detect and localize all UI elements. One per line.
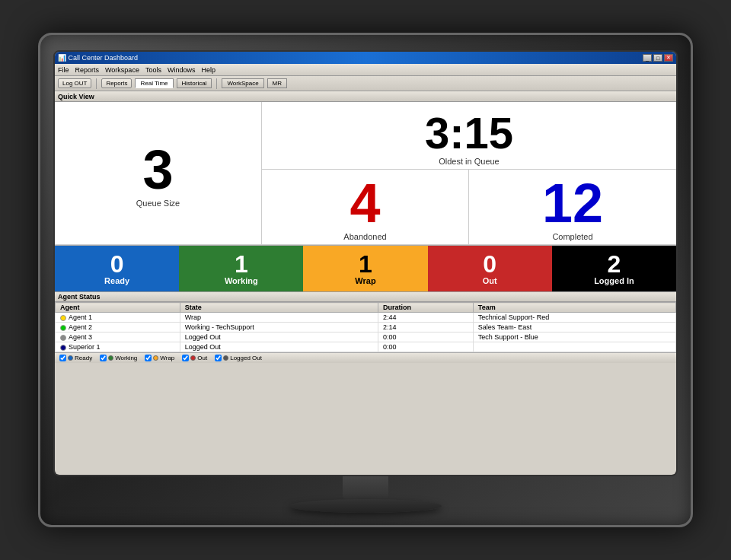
menu-windows[interactable]: Windows [168, 66, 196, 74]
legend-item: Ready [59, 355, 92, 361]
menubar: File Reports Workspace Tools Windows Hel… [55, 64, 676, 76]
agent-state-cell: Wrap [180, 313, 378, 323]
agent-team-cell: Tech Support - Blue [473, 332, 675, 342]
table-header-row: Agent State Duration Team [56, 303, 676, 313]
quickview-header: Quick View [55, 91, 676, 102]
menu-reports[interactable]: Reports [75, 66, 100, 74]
abandoned-label: Abandoned [343, 232, 386, 241]
legend-item: Logged Out [215, 355, 262, 361]
agent-state-cell: Logged Out [180, 332, 378, 342]
agent-name-cell: Agent 3 [56, 332, 180, 342]
menu-tools[interactable]: Tools [145, 66, 161, 74]
stat-abandoned: 4 Abandoned [262, 170, 469, 245]
legend-label: Wrap [160, 355, 174, 361]
quickview-label: Quick View [58, 93, 94, 100]
legend-checkbox[interactable] [182, 355, 189, 361]
stats-grid: 3 Queue Size 3:15 Oldest in Queue 4 Aban… [55, 102, 676, 246]
ready-count: 0 [110, 252, 124, 276]
bar-wrap: 1 Wrap [303, 246, 427, 291]
logout-button[interactable]: Log OUT [58, 78, 91, 88]
agent-team-cell [473, 342, 675, 352]
table-row: Superior 1 Logged Out 0:00 [56, 342, 676, 352]
menu-file[interactable]: File [58, 66, 69, 74]
legend-checkbox[interactable] [59, 355, 66, 361]
legend-label: Logged Out [230, 355, 262, 361]
out-label: Out [483, 276, 497, 285]
agent-duration-cell: 2:14 [378, 323, 473, 332]
menu-workspace[interactable]: Workspace [105, 66, 139, 74]
agent-status-dot [60, 335, 66, 341]
agent-team-cell: Technical Support- Red [473, 313, 675, 323]
working-label: Working [225, 276, 258, 285]
logged-in-label: Logged In [594, 276, 634, 285]
oldest-time: 3:15 [425, 111, 513, 155]
working-count: 1 [235, 252, 248, 276]
tab-mr[interactable]: MR [267, 78, 287, 88]
agent-table-body: Agent 1 Wrap 2:44 Technical Support- Red… [56, 313, 676, 352]
wrap-label: Wrap [355, 276, 375, 285]
agent-duration-cell: 2:44 [378, 313, 473, 323]
col-team: Team [473, 303, 675, 313]
legend-checkbox[interactable] [100, 355, 107, 361]
agent-status-dot [60, 315, 66, 321]
stat-oldest: 3:15 Oldest in Queue [262, 102, 676, 170]
bar-working: 1 Working [179, 246, 303, 291]
legend-dot [108, 355, 113, 361]
status-bars: 0 Ready 1 Working 1 Wrap 0 Out 2 Logge [55, 246, 676, 291]
legend-bar: Ready Working Wrap Out Logged Out [55, 352, 676, 363]
legend-dot [190, 355, 196, 361]
reports-button[interactable]: Reports [101, 78, 132, 88]
legend-dot [153, 355, 158, 361]
maximize-button[interactable]: □ [653, 54, 662, 62]
agent-name-cell: Agent 2 [56, 323, 180, 332]
legend-label: Working [115, 355, 137, 361]
tv-monitor: 📊 Call Center Dashboard _ □ ✕ File Repor… [38, 33, 693, 527]
legend-checkbox[interactable] [145, 355, 152, 361]
close-button[interactable]: ✕ [664, 54, 673, 62]
agent-panel-header: Agent Status [55, 291, 676, 302]
menu-help[interactable]: Help [201, 66, 215, 74]
abandoned-number: 4 [350, 176, 380, 231]
table-row: Agent 1 Wrap 2:44 Technical Support- Red [56, 313, 676, 323]
toolbar: Log OUT Reports Real Time Historical Wor… [55, 76, 676, 91]
col-duration: Duration [378, 303, 473, 313]
tv-screen: 📊 Call Center Dashboard _ □ ✕ File Repor… [53, 50, 678, 476]
table-row: Agent 3 Logged Out 0:00 Tech Support - B… [56, 332, 676, 342]
agent-team-cell: Sales Team- East [473, 323, 675, 332]
legend-label: Out [197, 355, 207, 361]
legend-checkbox[interactable] [215, 355, 222, 361]
tab-realtime[interactable]: Real Time [135, 78, 173, 88]
completed-number: 12 [542, 176, 603, 231]
legend-label: Ready [75, 355, 92, 361]
stat-completed: 12 Completed [469, 170, 676, 245]
tv-stand-neck [343, 476, 388, 499]
agent-duration-cell: 0:00 [378, 342, 473, 352]
legend-item: Out [182, 355, 207, 361]
out-count: 0 [483, 252, 496, 276]
ready-label: Ready [104, 276, 129, 285]
agent-status-dot [60, 345, 66, 351]
agent-name-cell: Agent 1 [56, 313, 180, 323]
agent-state-cell: Logged Out [180, 342, 378, 352]
agent-panel-label: Agent Status [58, 293, 101, 301]
minimize-button[interactable]: _ [643, 54, 652, 62]
app-window: 📊 Call Center Dashboard _ □ ✕ File Repor… [55, 52, 676, 475]
agent-duration-cell: 0:00 [378, 332, 473, 342]
agent-table: Agent State Duration Team Agent 1 Wrap 2… [55, 302, 676, 352]
titlebar-controls: _ □ ✕ [643, 54, 673, 62]
completed-label: Completed [552, 232, 592, 241]
legend-item: Working [100, 355, 137, 361]
tab-workspace[interactable]: WorkSpace [222, 78, 263, 88]
bar-logged-in: 2 Logged In [552, 246, 676, 291]
stat-queue-size: 3 Queue Size [55, 102, 262, 245]
table-row: Agent 2 Working - TechSupport 2:14 Sales… [56, 323, 676, 332]
bar-ready: 0 Ready [55, 246, 179, 291]
oldest-label: Oldest in Queue [439, 157, 500, 166]
col-agent: Agent [56, 303, 180, 313]
tab-historical[interactable]: Historical [177, 78, 212, 88]
queue-size-label: Queue Size [136, 199, 180, 208]
legend-dot [68, 355, 73, 361]
wrap-count: 1 [359, 252, 372, 276]
agent-name-cell: Superior 1 [56, 342, 180, 352]
window-titlebar: 📊 Call Center Dashboard _ □ ✕ [55, 52, 676, 64]
